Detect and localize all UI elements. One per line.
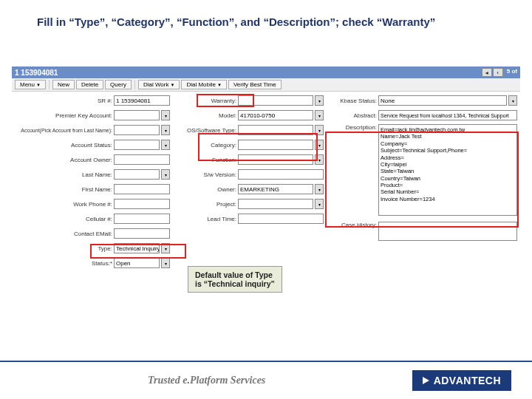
sw-version-label: S/w Version: <box>176 171 236 178</box>
last-name-field[interactable] <box>114 169 160 180</box>
dropdown-icon[interactable]: ▾ <box>315 199 324 209</box>
description-label: Description: <box>330 124 377 131</box>
nav-prev-button[interactable]: ‹ <box>493 68 503 77</box>
lead-time-field[interactable] <box>238 214 324 224</box>
status-label: Status:* <box>15 260 112 267</box>
footer-tagline: Trusted e.Platform Services <box>148 375 265 386</box>
case-history-label: Case History: <box>330 222 377 228</box>
callout-box: Default value of Type is “Technical inqu… <box>188 266 282 293</box>
dropdown-icon[interactable]: ▾ <box>315 184 324 194</box>
dropdown-icon[interactable]: ▾ <box>315 125 324 135</box>
account-owner-label: Account Owner: <box>15 157 112 163</box>
model-field[interactable]: 417010-0750 <box>238 110 313 120</box>
dropdown-icon[interactable]: ▾ <box>315 140 324 150</box>
form-column-2: Warranty:▾ Model:417010-0750▾ OS/Softwar… <box>176 95 324 269</box>
account-pick-field[interactable] <box>114 125 160 135</box>
type-label: Type: <box>15 245 112 252</box>
status-field[interactable]: Open <box>114 258 160 268</box>
dropdown-icon[interactable]: ▾ <box>161 169 170 180</box>
dropdown-icon[interactable]: ▾ <box>161 125 170 135</box>
menubar: Menu▼ New Delete Query Dial Work▼ Dial M… <box>12 78 520 92</box>
dial-work-button[interactable]: Dial Work▼ <box>138 80 180 89</box>
sr-label: SR #: <box>15 98 112 104</box>
verify-button[interactable]: Verify Best Time <box>228 80 282 89</box>
ossw-label: OS/Software Type: <box>176 127 236 134</box>
owner-field[interactable]: EMARKETING <box>238 184 313 194</box>
dropdown-icon[interactable]: ▾ <box>315 154 324 165</box>
case-history-field[interactable] <box>378 222 517 241</box>
dropdown-icon[interactable]: ▾ <box>161 140 170 150</box>
account-status-label: Account Status: <box>15 142 112 149</box>
form-column-1: SR #:1 153904081 Premier Key Account:▾ A… <box>15 95 170 269</box>
account-owner-field[interactable] <box>114 154 170 165</box>
warranty-field[interactable] <box>238 95 313 106</box>
lead-time-label: Lead Time: <box>176 216 236 222</box>
abstract-field[interactable]: Service Request from localhost 1364, Tec… <box>378 110 517 120</box>
query-button[interactable]: Query <box>105 80 132 89</box>
ossw-field[interactable] <box>238 125 313 135</box>
chevron-down-icon: ▼ <box>170 83 174 87</box>
function-label: Function: <box>176 157 236 163</box>
callout-line1: Default value of Type <box>195 270 275 279</box>
app-window: 1 153904081 ◄ ‹ 5 of Menu▼ New Delete Qu… <box>12 66 520 272</box>
category-label: Category: <box>176 142 236 149</box>
account-pick-label: Account(Pick Account from Last Name): <box>15 128 112 133</box>
type-field[interactable]: Technical Inquiry <box>114 243 160 253</box>
cellular-field[interactable] <box>114 214 170 224</box>
chevron-down-icon: ▼ <box>217 83 222 87</box>
callout-line2: is “Technical inquiry” <box>195 279 275 288</box>
dropdown-icon[interactable]: ▾ <box>508 95 517 106</box>
first-name-label: First Name: <box>15 186 112 193</box>
premier-field[interactable] <box>114 110 160 120</box>
form-column-3: Kbase Status:None▾ Abstract:Service Requ… <box>330 95 517 269</box>
chevron-down-icon: ▼ <box>36 83 41 87</box>
sw-version-field[interactable] <box>238 169 324 180</box>
slide-footer: Trusted e.Platform Services ADVANTECH <box>0 361 532 399</box>
function-field[interactable] <box>238 154 313 165</box>
premier-label: Premier Key Account: <box>15 112 112 119</box>
project-label: Project: <box>176 201 236 208</box>
project-field[interactable] <box>238 199 313 209</box>
kbase-label: Kbase Status: <box>330 98 377 104</box>
account-status-field[interactable] <box>114 140 160 150</box>
menu-button[interactable]: Menu▼ <box>15 80 46 89</box>
sr-field[interactable]: 1 153904081 <box>114 95 170 106</box>
titlebar: 1 153904081 ◄ ‹ 5 of <box>12 66 520 78</box>
work-phone-label: Work Phone #: <box>15 201 112 208</box>
form-area: SR #:1 153904081 Premier Key Account:▾ A… <box>12 92 520 272</box>
dropdown-icon[interactable]: ▾ <box>315 110 324 120</box>
kbase-field[interactable]: None <box>378 95 507 106</box>
record-id: 1 153904081 <box>15 69 58 77</box>
dropdown-icon[interactable]: ▾ <box>161 110 170 120</box>
cellular-label: Cellular #: <box>15 216 112 222</box>
titlebar-nav: ◄ ‹ 5 of <box>482 68 517 77</box>
owner-label: Owner: <box>176 186 236 193</box>
contact-email-field[interactable] <box>114 228 170 239</box>
work-phone-field[interactable] <box>114 199 170 209</box>
category-field[interactable] <box>238 140 313 150</box>
slide-title: Fill in “Type”, “Category”, “Function”, … <box>37 15 480 30</box>
page-info: 5 of <box>507 68 517 77</box>
dropdown-icon[interactable]: ▾ <box>161 258 170 268</box>
brand-logo: ADVANTECH <box>412 370 511 391</box>
dial-mobile-button[interactable]: Dial Mobile▼ <box>181 80 227 89</box>
warranty-label: Warranty: <box>176 98 236 104</box>
description-field[interactable]: Email=jack.lin@advantech.com.twName=Jack… <box>378 124 517 216</box>
brand-name: ADVANTECH <box>434 375 501 386</box>
model-label: Model: <box>176 112 236 119</box>
first-name-field[interactable] <box>114 184 170 194</box>
dropdown-icon[interactable]: ▾ <box>315 95 324 106</box>
dropdown-icon[interactable]: ▾ <box>161 243 170 253</box>
contact-email-label: Contact EMail: <box>15 231 112 237</box>
logo-triangle-icon <box>423 377 429 384</box>
nav-first-button[interactable]: ◄ <box>482 68 492 77</box>
delete-button[interactable]: Delete <box>76 80 103 89</box>
last-name-label: Last Name: <box>15 171 112 178</box>
abstract-label: Abstract: <box>330 112 377 119</box>
new-button[interactable]: New <box>52 80 75 89</box>
